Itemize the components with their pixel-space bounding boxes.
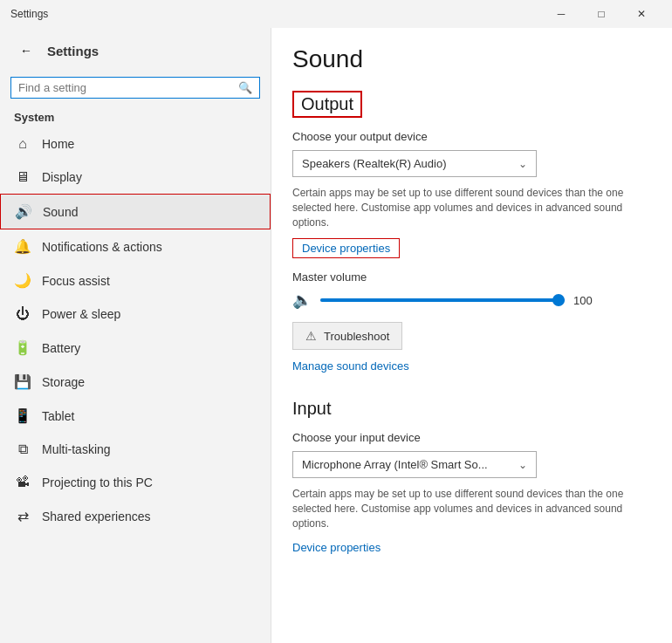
volume-row: 🔈 100 [292, 291, 646, 310]
volume-value: 100 [573, 294, 600, 307]
multitasking-icon: ⧉ [14, 441, 31, 457]
sidebar-item-notifications[interactable]: 🔔 Notifications & actions [0, 229, 271, 263]
sidebar-item-label: Notifications & actions [42, 240, 162, 254]
troubleshoot-button[interactable]: ⚠ Troubleshoot [292, 322, 402, 350]
search-input[interactable] [18, 81, 238, 94]
chevron-down-icon: ⌄ [518, 158, 527, 170]
output-section-title: Output [301, 94, 353, 113]
battery-icon: 🔋 [14, 339, 31, 356]
sidebar-item-storage[interactable]: 💾 Storage [0, 365, 271, 399]
power-icon: ⏻ [14, 306, 31, 322]
shared-icon: ⇄ [14, 508, 31, 524]
sidebar-item-tablet[interactable]: 📱 Tablet [0, 399, 271, 433]
page-title: Sound [292, 45, 646, 73]
titlebar-title: Settings [10, 8, 48, 20]
sidebar-item-label: Sound [43, 205, 78, 219]
sidebar-item-label: Storage [42, 375, 85, 389]
sidebar-item-projecting[interactable]: 📽 Projecting to this PC [0, 466, 271, 499]
sidebar-item-label: Shared experiences [42, 510, 151, 523]
focus-icon: 🌙 [14, 272, 31, 289]
back-button[interactable]: ← [14, 38, 38, 63]
choose-input-label: Choose your input device [292, 431, 646, 444]
sidebar-item-label: Display [42, 170, 82, 184]
sidebar-item-label: Battery [42, 341, 80, 355]
output-device-value: Speakers (Realtek(R) Audio) [302, 157, 446, 170]
volume-slider[interactable] [320, 298, 565, 302]
output-desc: Certain apps may be set up to use differ… [292, 186, 633, 229]
sidebar-item-focus[interactable]: 🌙 Focus assist [0, 263, 271, 298]
search-box[interactable]: 🔍 [10, 77, 260, 99]
output-section-box: Output [292, 91, 362, 118]
system-label: System [0, 106, 271, 127]
troubleshoot-label: Troubleshoot [324, 330, 389, 343]
sidebar-item-multitasking[interactable]: ⧉ Multi-tasking [0, 433, 271, 466]
notifications-icon: 🔔 [14, 238, 31, 255]
sidebar: ← Settings 🔍 System ⌂ Home 🖥 Display 🔊 S… [0, 28, 271, 643]
sidebar-item-shared[interactable]: ⇄ Shared experiences [0, 499, 271, 533]
tablet-icon: 📱 [14, 407, 31, 424]
device-properties-link[interactable]: Device properties [292, 238, 400, 258]
sidebar-item-label: Power & sleep [42, 307, 120, 321]
sidebar-app-title: Settings [47, 44, 99, 58]
output-device-dropdown[interactable]: Speakers (Realtek(R) Audio) ⌄ [292, 150, 537, 177]
projecting-icon: 📽 [14, 475, 31, 490]
sidebar-item-label: Home [42, 137, 74, 151]
input-device-dropdown[interactable]: Microphone Array (Intel® Smart So... ⌄ [292, 451, 537, 478]
slider-fill [320, 298, 565, 302]
titlebar: Settings ─ □ ✕ [0, 0, 672, 28]
main-content: ← Settings 🔍 System ⌂ Home 🖥 Display 🔊 S… [0, 28, 672, 643]
sidebar-item-power[interactable]: ⏻ Power & sleep [0, 298, 271, 331]
titlebar-controls: ─ □ ✕ [541, 0, 662, 28]
choose-output-label: Choose your output device [292, 130, 646, 143]
titlebar-left: Settings [10, 8, 48, 20]
slider-thumb[interactable] [552, 294, 565, 306]
sound-icon: 🔊 [15, 203, 32, 220]
chevron-down-icon: ⌄ [518, 459, 527, 471]
troubleshoot-icon: ⚠ [305, 329, 317, 343]
master-volume-label: Master volume [292, 270, 646, 284]
close-button[interactable]: ✕ [621, 0, 662, 28]
input-device-value: Microphone Array (Intel® Smart So... [302, 458, 488, 471]
sidebar-item-label: Tablet [42, 409, 74, 423]
sidebar-item-display[interactable]: 🖥 Display [0, 161, 271, 194]
input-desc: Certain apps may be set up to use differ… [292, 487, 633, 530]
maximize-button[interactable]: □ [581, 0, 621, 28]
sidebar-item-label: Projecting to this PC [42, 475, 153, 489]
display-icon: 🖥 [14, 169, 31, 185]
sidebar-header: ← Settings [0, 28, 271, 73]
right-panel: Sound Output Choose your output device S… [271, 28, 672, 643]
sidebar-item-home[interactable]: ⌂ Home [0, 127, 271, 161]
input-section-title: Input [292, 399, 646, 419]
minimize-button[interactable]: ─ [541, 0, 581, 28]
search-icon: 🔍 [238, 81, 252, 94]
sidebar-item-label: Multi-tasking [42, 442, 111, 456]
input-device-properties-link[interactable]: Device properties [292, 541, 381, 554]
manage-sound-devices-link[interactable]: Manage sound devices [292, 359, 409, 373]
sidebar-item-label: Focus assist [42, 274, 110, 288]
volume-icon: 🔈 [292, 291, 312, 310]
home-icon: ⌂ [14, 136, 31, 152]
sidebar-item-sound[interactable]: 🔊 Sound [0, 194, 271, 229]
storage-icon: 💾 [14, 373, 31, 390]
sidebar-item-battery[interactable]: 🔋 Battery [0, 331, 271, 365]
